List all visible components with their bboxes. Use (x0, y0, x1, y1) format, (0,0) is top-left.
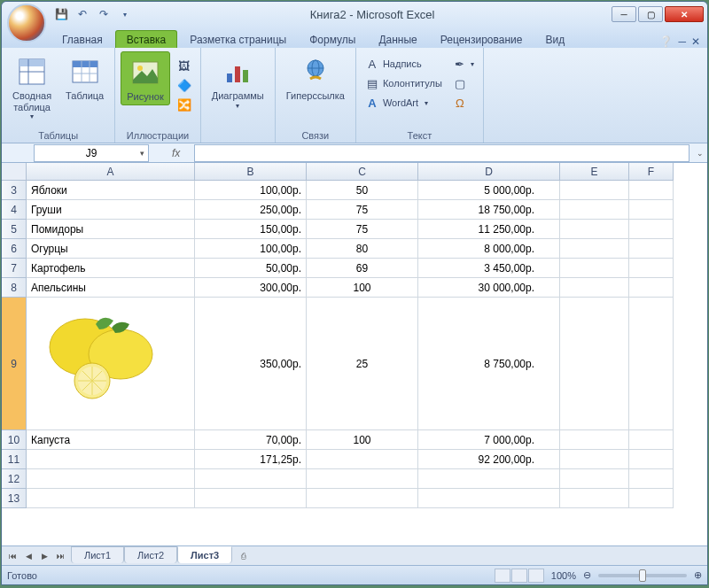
cell[interactable]: 171,25р. (195, 450, 307, 469)
cell[interactable]: 7 000,00р. (418, 430, 560, 450)
cell[interactable]: 70,00р. (195, 430, 307, 450)
embedded-image[interactable] (32, 303, 174, 400)
sheet-nav-prev-icon[interactable]: ◀ (21, 549, 35, 563)
row-header[interactable]: 8 (2, 278, 27, 298)
sheet-tab-2[interactable]: Лист2 (124, 546, 177, 563)
cell[interactable]: 250,00р. (195, 200, 307, 220)
qat-dropdown-icon[interactable]: ▾ (117, 6, 133, 22)
cell[interactable]: 11 250,00р. (418, 220, 560, 239)
cell[interactable] (629, 259, 674, 278)
cell[interactable]: 8 750,00р. (418, 298, 560, 430)
table-button[interactable]: Таблица (60, 51, 109, 104)
sheet-tab-3[interactable]: Лист3 (177, 546, 232, 563)
sheet-nav-first-icon[interactable]: ⏮ (5, 549, 19, 563)
cell[interactable]: 92 200,00р. (418, 450, 560, 469)
cell[interactable]: 69 (307, 259, 418, 278)
cell[interactable]: 75 (307, 200, 418, 220)
cell[interactable] (27, 298, 195, 430)
name-box[interactable]: J9 (34, 144, 149, 162)
zoom-level[interactable]: 100% (551, 570, 576, 581)
cell[interactable]: Груши (27, 200, 195, 220)
headerfooter-button[interactable]: ▤Колонтитулы (362, 74, 446, 92)
column-header[interactable]: D (418, 163, 560, 181)
tab-home[interactable]: Главная (51, 31, 113, 48)
cell[interactable]: 25 (307, 298, 418, 430)
tab-layout[interactable]: Разметка страницы (179, 31, 297, 48)
cell[interactable]: 100 (307, 278, 418, 298)
cell[interactable]: 50 (307, 181, 418, 200)
cell[interactable]: 80 (307, 239, 418, 259)
sheet-tab-1[interactable]: Лист1 (71, 546, 124, 563)
cell[interactable] (560, 489, 629, 508)
save-icon[interactable]: 💾 (53, 6, 69, 22)
cell[interactable] (560, 259, 629, 278)
cell[interactable]: 100,00р. (195, 181, 307, 200)
cell[interactable] (629, 430, 674, 450)
cell[interactable] (27, 489, 195, 508)
cell[interactable]: 100,00р. (195, 239, 307, 259)
cell[interactable]: 8 000,00р. (418, 239, 560, 259)
minimize-button[interactable]: ─ (612, 6, 636, 22)
cell[interactable] (560, 181, 629, 200)
fx-button[interactable]: fx (172, 147, 180, 159)
cell[interactable]: 3 450,00р. (418, 259, 560, 278)
cell[interactable]: Капуста (27, 430, 195, 450)
clipart-button[interactable]: 🖼 (174, 57, 195, 74)
cell[interactable] (195, 489, 307, 508)
tab-insert[interactable]: Вставка (115, 30, 178, 48)
symbol-button[interactable]: Ω (449, 94, 478, 112)
view-normal-button[interactable] (495, 569, 510, 583)
cell[interactable] (560, 278, 629, 298)
column-header[interactable]: E (560, 163, 629, 181)
textbox-button[interactable]: AНадпись (362, 55, 446, 73)
cell[interactable] (629, 298, 674, 430)
new-sheet-icon[interactable]: ⎙ (236, 549, 250, 563)
column-header[interactable]: C (307, 163, 418, 181)
tab-data[interactable]: Данные (368, 31, 427, 48)
row-header[interactable]: 10 (2, 430, 27, 450)
zoom-in-button[interactable]: ⊕ (694, 569, 702, 581)
zoom-out-button[interactable]: ⊖ (583, 569, 591, 581)
smartart-button[interactable]: 🔀 (174, 96, 195, 113)
row-header[interactable]: 13 (2, 489, 27, 508)
column-header[interactable]: F (629, 163, 674, 181)
cell[interactable] (629, 469, 674, 489)
cell[interactable] (195, 469, 307, 489)
cell[interactable] (27, 469, 195, 489)
row-header[interactable]: 9 (2, 298, 27, 430)
cell[interactable]: 18 750,00р. (418, 200, 560, 220)
picture-button[interactable]: Рисунок (121, 51, 170, 105)
cell[interactable]: 30 000,00р. (418, 278, 560, 298)
sheet-nav-next-icon[interactable]: ▶ (37, 549, 51, 563)
cell[interactable]: Яблоки (27, 181, 195, 200)
shapes-button[interactable]: 🔷 (174, 76, 195, 94)
cell[interactable] (560, 200, 629, 220)
doc-close-icon[interactable]: ✕ (691, 35, 700, 48)
cell[interactable]: 100 (307, 430, 418, 450)
cell[interactable] (629, 200, 674, 220)
cell[interactable] (629, 450, 674, 469)
cell[interactable]: 5 000,00р. (418, 181, 560, 200)
tab-review[interactable]: Рецензирование (430, 31, 534, 48)
cell[interactable] (307, 489, 418, 508)
signature-button[interactable]: ✒▾ (449, 55, 478, 73)
zoom-slider[interactable] (598, 574, 687, 577)
cell[interactable]: Картофель (27, 259, 195, 278)
cell[interactable] (560, 239, 629, 259)
cell[interactable]: 150,00р. (195, 220, 307, 239)
close-button[interactable]: ✕ (665, 6, 704, 22)
cell[interactable]: 350,00р. (195, 298, 307, 430)
row-header[interactable]: 3 (2, 181, 27, 200)
column-header[interactable]: A (27, 163, 195, 181)
row-header[interactable]: 6 (2, 239, 27, 259)
cell[interactable] (560, 450, 629, 469)
cell[interactable] (560, 298, 629, 430)
column-header[interactable]: B (195, 163, 307, 181)
cell[interactable]: 300,00р. (195, 278, 307, 298)
cell[interactable] (560, 469, 629, 489)
redo-icon[interactable]: ↷ (96, 6, 112, 22)
office-button[interactable] (7, 4, 46, 43)
cell[interactable] (629, 181, 674, 200)
view-break-button[interactable] (528, 569, 544, 583)
charts-button[interactable]: Диаграммы ▾ (206, 51, 269, 112)
